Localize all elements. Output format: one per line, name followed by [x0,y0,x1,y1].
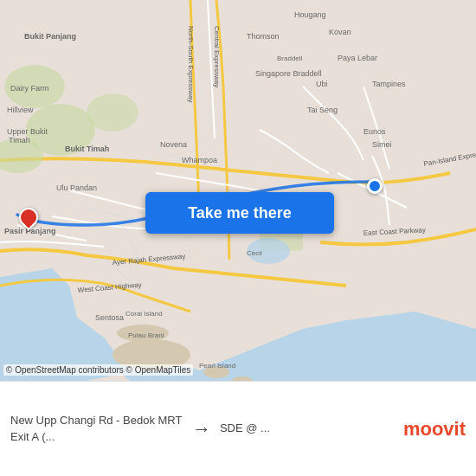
svg-text:Ulu Pandan: Ulu Pandan [56,183,97,192]
svg-text:Singapore Braddell: Singapore Braddell [255,69,322,78]
bottom-bar: New Upp Changi Rd - Bedok MRT Exit A (..… [0,381,476,476]
svg-text:Pulau Brani: Pulau Brani [128,331,164,339]
route-from-label: New Upp Changi Rd - Bedok MRT Exit A (..… [10,413,183,444]
svg-text:Novena: Novena [160,140,187,149]
svg-text:Hougang: Hougang [294,10,326,19]
svg-text:Pearl Island: Pearl Island [199,362,235,370]
route-to-label: SDE @ ... [220,421,393,436]
svg-text:Sentosa: Sentosa [95,313,124,322]
svg-text:Simei: Simei [372,140,392,149]
app: Pan-Island Expressway Ayer Rajah Express… [0,0,476,476]
svg-text:Paya Lebar: Paya Lebar [338,54,377,62]
route-arrow-icon: → [192,418,211,441]
origin-pin [367,178,383,194]
svg-text:Kovan: Kovan [329,28,351,36]
svg-text:Whampoa: Whampoa [182,156,217,164]
svg-text:Eunos: Eunos [363,127,386,136]
moovit-logo: moovit [403,418,466,441]
svg-text:Bukit Panjang: Bukit Panjang [24,32,76,41]
svg-text:Pulau Tekukor: Pulau Tekukor [225,379,269,381]
svg-text:Upper Bukit: Upper Bukit [7,127,48,136]
svg-text:Central Expressway: Central Expressway [213,26,221,87]
route-to: SDE @ ... [220,421,393,436]
svg-text:Coral Island: Coral Island [125,310,163,318]
svg-text:Bukit Timah: Bukit Timah [65,145,109,153]
moovit-brand-text: moovit [403,418,466,441]
svg-text:Dairy Farm: Dairy Farm [10,84,49,93]
svg-text:Tampines: Tampines [372,80,406,88]
svg-text:Tai Seng: Tai Seng [307,106,338,114]
map-attribution: © OpenStreetMap contributors © OpenMapTi… [3,364,193,376]
map-container: Pan-Island Expressway Ayer Rajah Express… [0,0,476,381]
map-background: Pan-Island Expressway Ayer Rajah Express… [0,0,476,381]
svg-text:North-South Expressway: North-South Expressway [187,26,195,102]
svg-text:Hillview: Hillview [7,106,34,114]
svg-point-12 [87,93,138,132]
take-me-there-button[interactable]: Take me there [145,192,334,234]
route-from: New Upp Changi Rd - Bedok MRT Exit A (..… [10,413,183,444]
svg-text:Timah: Timah [9,136,30,145]
svg-text:Thomson: Thomson [247,32,280,41]
svg-text:Braddell: Braddell [277,55,303,62]
svg-text:Ubi: Ubi [316,80,328,88]
svg-text:Cecil: Cecil [247,249,262,257]
